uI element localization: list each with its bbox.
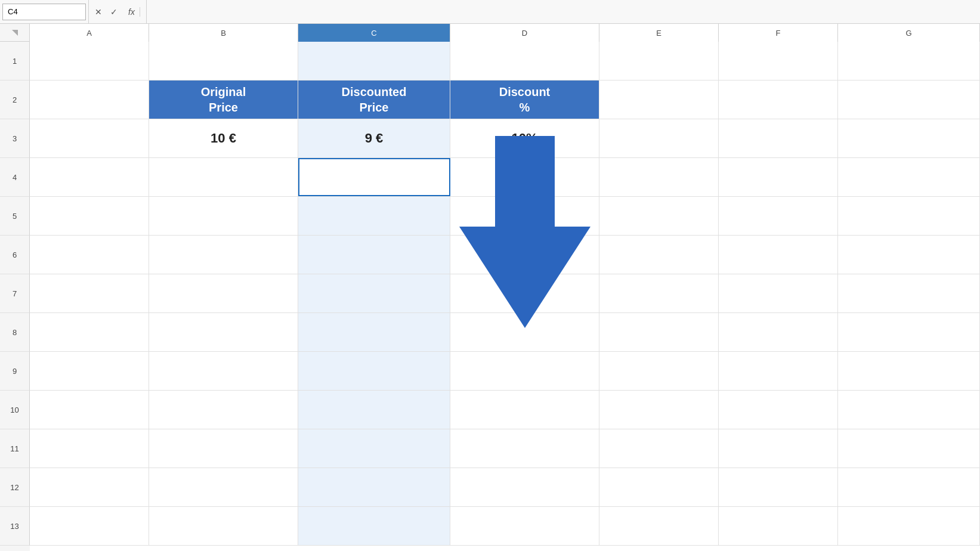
cell-a6[interactable] (30, 236, 149, 274)
cell-d1[interactable] (450, 42, 599, 80)
row-num-8[interactable]: 8 (0, 313, 30, 352)
cell-e11[interactable] (599, 429, 719, 468)
cell-b5[interactable] (149, 197, 298, 235)
cell-g6[interactable] (838, 236, 980, 274)
row-num-3[interactable]: 3 (0, 119, 30, 158)
cell-a4[interactable] (30, 158, 149, 196)
cell-c11[interactable] (298, 429, 450, 468)
cell-g4[interactable] (838, 158, 980, 196)
row-num-9[interactable]: 9 (0, 352, 30, 391)
col-header-a[interactable]: A (30, 24, 149, 42)
cell-d11[interactable] (450, 429, 599, 468)
cell-g9[interactable] (838, 352, 980, 390)
row-num-5[interactable]: 5 (0, 197, 30, 236)
cell-c1[interactable] (298, 42, 450, 80)
cell-f6[interactable] (719, 236, 838, 274)
cell-a1[interactable] (30, 42, 149, 80)
corner-cell[interactable] (0, 24, 30, 42)
cell-d13[interactable] (450, 507, 599, 545)
row-num-1[interactable]: 1 (0, 42, 30, 81)
cell-c3[interactable]: 9 € (298, 119, 450, 157)
name-box[interactable]: C4 (2, 4, 86, 20)
cell-c4[interactable] (298, 158, 450, 196)
cell-f7[interactable] (719, 274, 838, 312)
cell-b11[interactable] (149, 429, 298, 468)
cell-e3[interactable] (599, 119, 719, 157)
confirm-icon[interactable]: ✓ (108, 6, 120, 18)
cell-g12[interactable] (838, 468, 980, 506)
cell-f9[interactable] (719, 352, 838, 390)
cell-e5[interactable] (599, 197, 719, 235)
cell-b12[interactable] (149, 468, 298, 506)
row-num-4[interactable]: 4 (0, 158, 30, 197)
cell-d2[interactable]: Discount % (450, 81, 599, 119)
cell-b6[interactable] (149, 236, 298, 274)
col-header-f[interactable]: F (719, 24, 838, 42)
cell-g1[interactable] (838, 42, 980, 80)
col-header-g[interactable]: G (838, 24, 980, 42)
cell-d6[interactable] (450, 236, 599, 274)
cell-a5[interactable] (30, 197, 149, 235)
cell-g8[interactable] (838, 313, 980, 351)
cell-b10[interactable] (149, 391, 298, 429)
cell-b7[interactable] (149, 274, 298, 312)
cell-c9[interactable] (298, 352, 450, 390)
cell-g5[interactable] (838, 197, 980, 235)
cell-d3[interactable]: 10% (450, 119, 599, 157)
cell-f12[interactable] (719, 468, 838, 506)
cell-d10[interactable] (450, 391, 599, 429)
cell-f2[interactable] (719, 81, 838, 119)
cell-f5[interactable] (719, 197, 838, 235)
cell-e9[interactable] (599, 352, 719, 390)
row-num-6[interactable]: 6 (0, 236, 30, 274)
row-num-7[interactable]: 7 (0, 274, 30, 313)
row-num-2[interactable]: 2 (0, 81, 30, 119)
cell-e2[interactable] (599, 81, 719, 119)
cell-g13[interactable] (838, 507, 980, 545)
cell-b4[interactable] (149, 158, 298, 196)
cell-a2[interactable] (30, 81, 149, 119)
cell-g10[interactable] (838, 391, 980, 429)
cell-d9[interactable] (450, 352, 599, 390)
cell-e7[interactable] (599, 274, 719, 312)
cell-a12[interactable] (30, 468, 149, 506)
cell-f3[interactable] (719, 119, 838, 157)
cell-a3[interactable] (30, 119, 149, 157)
cell-c12[interactable] (298, 468, 450, 506)
cell-g7[interactable] (838, 274, 980, 312)
cell-e8[interactable] (599, 313, 719, 351)
row-num-11[interactable]: 11 (0, 429, 30, 468)
cell-g3[interactable] (838, 119, 980, 157)
cell-c5[interactable] (298, 197, 450, 235)
cell-c13[interactable] (298, 507, 450, 545)
cell-b1[interactable] (149, 42, 298, 80)
col-header-c[interactable]: C (298, 24, 450, 42)
col-header-b[interactable]: B (149, 24, 298, 42)
cell-c8[interactable] (298, 313, 450, 351)
cell-a7[interactable] (30, 274, 149, 312)
cell-c2[interactable]: Discounted Price (298, 81, 450, 119)
cell-f8[interactable] (719, 313, 838, 351)
formula-input[interactable] (149, 0, 978, 23)
cell-f1[interactable] (719, 42, 838, 80)
cell-e1[interactable] (599, 42, 719, 80)
cell-c10[interactable] (298, 391, 450, 429)
cell-g2[interactable] (838, 81, 980, 119)
cell-f4[interactable] (719, 158, 838, 196)
cell-d5[interactable] (450, 197, 599, 235)
cell-b3[interactable]: 10 € (149, 119, 298, 157)
row-num-13[interactable]: 13 (0, 507, 30, 546)
cell-f13[interactable] (719, 507, 838, 545)
row-num-10[interactable]: 10 (0, 391, 30, 429)
cell-c6[interactable] (298, 236, 450, 274)
cell-e12[interactable] (599, 468, 719, 506)
cell-d7[interactable] (450, 274, 599, 312)
cell-d8[interactable] (450, 313, 599, 351)
cell-a8[interactable] (30, 313, 149, 351)
cell-d4[interactable] (450, 158, 599, 196)
cell-a11[interactable] (30, 429, 149, 468)
cell-e4[interactable] (599, 158, 719, 196)
cell-f11[interactable] (719, 429, 838, 468)
row-num-12[interactable]: 12 (0, 468, 30, 507)
cell-e13[interactable] (599, 507, 719, 545)
